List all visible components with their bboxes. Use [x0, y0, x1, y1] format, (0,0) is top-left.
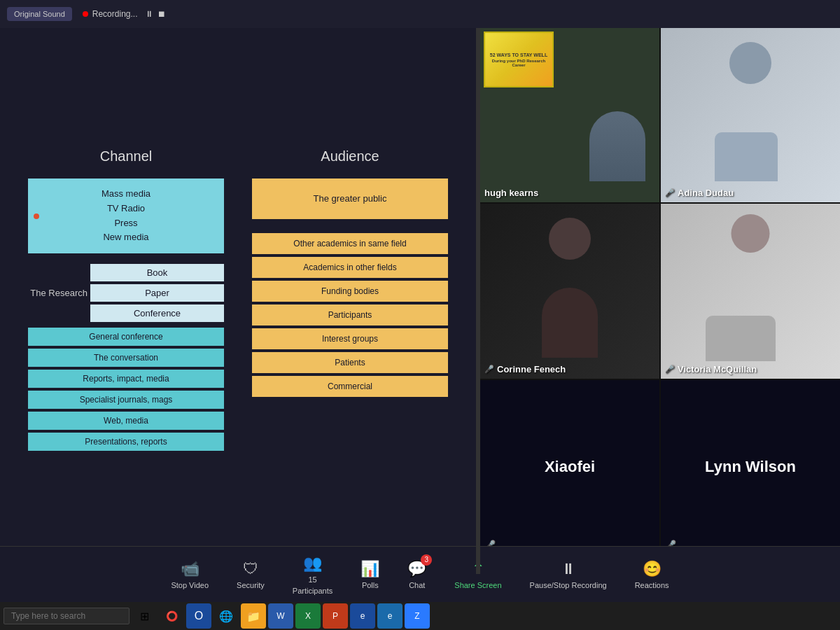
video-cell-victoria: 🎤 Victoria McQuillan	[661, 204, 840, 378]
book-box: Book	[90, 264, 224, 281]
stop-video-button[interactable]: 📹 Stop Video	[164, 556, 216, 593]
security-label: Security	[237, 581, 265, 589]
research-label-2: The Research	[28, 288, 88, 298]
audience-interest: Interest groups	[252, 328, 448, 349]
audience-other-fields: Academics in other fields	[252, 257, 448, 278]
mass-media-dot	[34, 214, 39, 219]
channel-item-1: The conversation	[28, 349, 224, 367]
corinne-video	[480, 204, 659, 378]
channel-item-3: Specialist journals, mags	[28, 391, 224, 409]
audience-participants: Participants	[252, 304, 448, 326]
video-cell-xiaofei: Xiaofei 🎤	[480, 380, 659, 554]
person-figure	[589, 111, 645, 181]
corinne-figure	[542, 288, 598, 358]
participant-name-lynn: Lynn Wilson	[705, 458, 796, 476]
video-cell-corinne: 🎤 Corinne Fenech	[480, 204, 659, 378]
chrome-button[interactable]: 🌐	[214, 603, 239, 629]
victoria-video	[661, 204, 840, 378]
pause-recording-icon[interactable]: ⏸	[145, 9, 153, 19]
top-bar: Original Sound Recording... ⏸ ⏹	[0, 0, 840, 28]
paper-box: Paper	[90, 284, 224, 302]
mass-media-line4: New media	[38, 230, 214, 245]
audience-section: Audience The greater public Other academ…	[252, 148, 448, 454]
reactions-icon: 😊	[643, 560, 662, 578]
conference-row: Conference	[28, 304, 224, 322]
chat-label: Chat	[409, 581, 425, 589]
video-grid: 52 WAYS TO STAY WELL During your PhD Res…	[480, 28, 840, 574]
participants-button[interactable]: 👥 15 Participants	[286, 551, 340, 598]
mass-media-box: Mass media TV Radio Press New media	[28, 178, 224, 253]
audience-commercial: Commercial	[252, 376, 448, 397]
powerpoint-button[interactable]: P	[323, 603, 348, 629]
adina-head	[729, 42, 771, 84]
pause-recording-label: Pause/Stop Recording	[530, 581, 607, 589]
audience-title: Audience	[252, 148, 448, 164]
edge-button[interactable]: e	[350, 603, 375, 629]
mute-icon-victoria: 🎤	[665, 365, 675, 374]
participants-icon: 👥	[303, 554, 322, 573]
mass-media-line1: Mass media	[38, 187, 214, 202]
chat-badge: 3	[421, 554, 432, 566]
channel-title: Channel	[28, 148, 224, 164]
book-row: Book	[28, 264, 224, 281]
windows-search-input[interactable]	[4, 608, 130, 624]
zoom-toolbar: 📹 Stop Video 🛡 Security 👥 15 Participant…	[0, 546, 840, 602]
share-screen-label: Share Screen	[454, 581, 501, 589]
mute-icon-corinne: 🎤	[484, 365, 494, 374]
excel-button[interactable]: X	[295, 603, 321, 629]
participant-name-hugh: hugh kearns	[484, 188, 538, 198]
book-cover: 52 WAYS TO STAY WELL During your PhD Res…	[484, 31, 554, 88]
pause-recording-icon: ⏸	[561, 560, 576, 578]
adina-video	[661, 28, 840, 202]
video-cell-hugh: 52 WAYS TO STAY WELL During your PhD Res…	[480, 28, 659, 202]
participant-name-corinne: 🎤 Corinne Fenech	[484, 364, 566, 374]
outlook-button[interactable]: O	[186, 603, 211, 629]
mute-icon-adina: 🎤	[665, 188, 675, 197]
video-cell-adina: 🎤 Adina Dudau	[661, 28, 840, 202]
participant-name-victoria: 🎤 Victoria McQuillan	[665, 364, 757, 374]
paper-row: The Research Paper	[28, 284, 224, 302]
divider	[476, 28, 480, 574]
windows-start-button[interactable]: ⊞	[132, 603, 157, 629]
security-button[interactable]: 🛡 Security	[230, 556, 272, 593]
fileexplorer-button[interactable]: 📁	[241, 603, 266, 629]
victoria-body	[706, 316, 776, 361]
channel-item-0: General conference	[28, 328, 224, 346]
original-sound-button[interactable]: Original Sound	[7, 7, 72, 21]
security-icon: 🛡	[243, 560, 258, 578]
audience-same-field: Other academics in same field	[252, 233, 448, 254]
recording-dot	[83, 11, 88, 17]
reactions-button[interactable]: 😊 Reactions	[628, 556, 676, 593]
chat-button[interactable]: 💬 3 Chat	[400, 556, 433, 593]
book-subtitle: During your PhD Research Career	[488, 59, 550, 67]
reactions-label: Reactions	[635, 581, 669, 589]
participant-name-xiaofei: Xiaofei	[545, 458, 595, 476]
mass-media-line3: Press	[38, 216, 214, 231]
book-title: 52 WAYS TO STAY WELL	[488, 52, 550, 57]
participants-label: Participants	[293, 587, 332, 595]
windows-taskbar: ⊞ ⭕ O 🌐 📁 W X P e e Z	[0, 602, 840, 630]
pause-recording-button[interactable]: ⏸ Pause/Stop Recording	[523, 556, 614, 593]
zoom-controls: 📹 Stop Video 🛡 Security 👥 15 Participant…	[14, 551, 826, 598]
conference-box: Conference	[90, 304, 224, 322]
channel-item-4: Web, media	[28, 412, 224, 430]
channel-item-2: Reports, impact, media	[28, 370, 224, 388]
zoom-taskbar-button[interactable]: Z	[405, 603, 430, 629]
word-button[interactable]: W	[268, 603, 293, 629]
audience-funding: Funding bodies	[252, 281, 448, 302]
channel-item-5: Presentations, reports	[28, 433, 224, 451]
channel-section: Channel Mass media TV Radio Press New me…	[28, 148, 224, 454]
cortana-button[interactable]: ⭕	[159, 603, 184, 629]
polls-label: Polls	[362, 581, 379, 589]
greater-public-label: The greater public	[314, 193, 387, 204]
corinne-head	[549, 218, 591, 260]
recording-label: Recording...	[92, 9, 138, 19]
polls-icon: 📊	[360, 560, 379, 578]
audience-patients: Patients	[252, 352, 448, 373]
participant-name-adina: 🎤 Adina Dudau	[665, 188, 734, 198]
ie-button[interactable]: e	[377, 603, 402, 629]
stop-recording-icon[interactable]: ⏹	[158, 9, 166, 19]
polls-button[interactable]: 📊 Polls	[354, 556, 386, 593]
video-cell-lynn: Lynn Wilson 🎤	[661, 380, 840, 554]
slide-area: Channel Mass media TV Radio Press New me…	[0, 28, 476, 574]
